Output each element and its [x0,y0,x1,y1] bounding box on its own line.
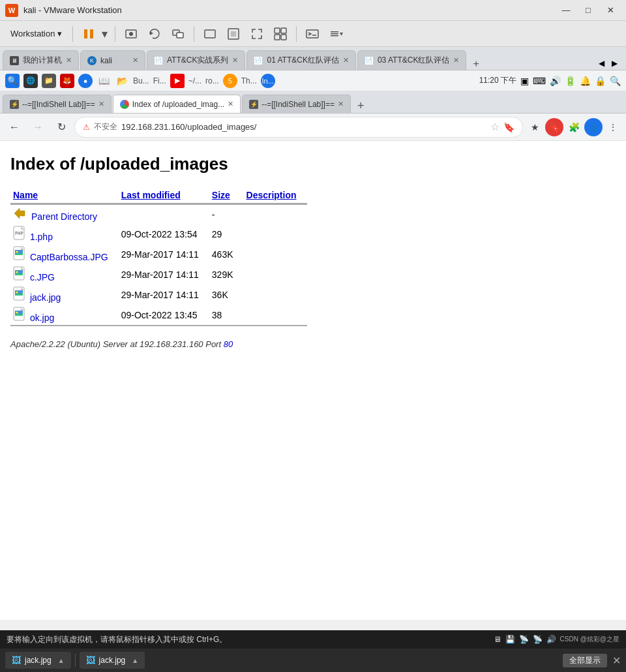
workstation-menu[interactable]: Workstation ▾ [5,26,67,41]
app-icon-in[interactable]: In... [261,74,275,88]
parent-dir-link[interactable]: Parent Directory [31,211,97,222]
sys-icon-keyboard[interactable]: ⌨ [533,76,546,86]
vm-tab-attck2[interactable]: 📄 01 ATT&CK红队评估 ✕ [246,50,355,70]
view-dropdown[interactable]: ▾ [325,23,346,44]
app-label-tilde[interactable]: ~/... [188,76,201,85]
extension-puzzle-icon[interactable]: 🔖 [545,118,563,136]
inner-tab-1-label: --=[[IndiShell Lab]]== [22,100,95,109]
sys-icon-lock[interactable]: 🔒 [595,76,606,86]
attck2-tab-label: 01 ATT&CK红队评估 [267,55,338,66]
fit-window-icon[interactable] [223,23,244,44]
pause-icon[interactable] [78,23,99,44]
file-captbarbossa-cell: CaptBarbossa.JPG [10,244,119,264]
app-icon-misc2[interactable]: 📂 [115,74,129,88]
vm-controls-group: ▾ [78,23,110,44]
sys-icon-search2[interactable]: 🔍 [610,76,621,86]
file-captbarbossa-link[interactable]: CaptBarbossa.JPG [30,252,108,262]
tab-prev-button[interactable]: ◀ [595,57,608,70]
col-size-header[interactable]: Size [209,187,244,204]
download-chevron-1[interactable]: ▲ [58,657,65,664]
svg-point-35 [16,292,18,294]
attck2-tab-icon: 📄 [254,56,263,65]
attck1-tab-close[interactable]: ✕ [232,56,238,65]
tab-next-button[interactable]: ▶ [608,57,621,70]
sys-icon-notification[interactable]: 🔔 [580,76,591,86]
app-icon-chrome[interactable]: ● [78,74,93,88]
svg-rect-18 [331,35,338,37]
attck2-tab-close[interactable]: ✕ [343,56,349,65]
extensions-icon[interactable]: 🧩 [565,118,583,136]
vm-tab-close[interactable]: ✕ [66,56,72,65]
address-bar[interactable]: ⚠ 不安全 192.168.231.160/uploaded_images/ ☆… [74,117,523,138]
col-modified-header[interactable]: Last modified [119,187,209,204]
fit-guest-icon[interactable] [200,23,220,44]
kali-tab-close[interactable]: ✕ [132,56,138,65]
inner-new-tab-button[interactable]: + [352,99,370,113]
download-chevron-2[interactable]: ▲ [132,657,138,664]
col-description-header[interactable]: Description [244,187,307,204]
sys-icon-battery[interactable]: 🔋 [565,76,576,86]
file-cjpg-link[interactable]: c.JPG [30,272,55,283]
app-label-th[interactable]: Th... [241,76,257,85]
col-name-header[interactable]: Name [10,187,119,204]
app-label-ro[interactable]: ro... [205,76,219,85]
taskbar-close-button[interactable]: ✕ [612,654,621,667]
pause-dropdown[interactable]: ▾ [99,23,110,44]
sys-icon-window[interactable]: ▣ [520,76,529,86]
url-display[interactable]: 192.168.231.160/uploaded_images/ [121,122,486,132]
svg-rect-11 [281,28,286,33]
app-icon-search[interactable]: 🔍 [5,74,20,88]
vm-tab-my-computer[interactable]: 🖥 我的计算机 ✕ [3,50,79,70]
console-icon[interactable] [302,23,323,44]
app-icon-red[interactable]: 🦊 [60,74,74,88]
bookmark-icon[interactable]: ☆ [490,121,499,133]
show-all-button[interactable]: 全部显示 [563,654,607,667]
extension-icon[interactable]: 🔖 [503,122,514,132]
attck3-tab-close[interactable]: ✕ [453,56,459,65]
snapshot-icon[interactable] [121,23,142,44]
app-icon-5[interactable]: 5 [223,74,237,88]
back-button[interactable]: ← [4,117,25,138]
app-icon-red2[interactable]: ▶ [170,74,185,88]
file-okjpg-link[interactable]: ok.jpg [30,313,54,323]
app-icon-folder[interactable]: 📁 [42,74,56,88]
inner-tab-3-close[interactable]: ✕ [338,100,344,108]
bookmark-manager-icon[interactable]: ★ [526,118,544,136]
account-icon[interactable]: 👤 [584,118,603,136]
file-okjpg-desc [244,305,307,325]
close-button[interactable]: ✕ [600,3,621,18]
file-jackjpg-link[interactable]: jack.jpg [30,292,61,303]
inner-tab-1-close[interactable]: ✕ [98,100,104,108]
attck3-tab-label: 03 ATT&CK红队评估 [378,55,449,66]
fullscreen-icon[interactable] [246,23,267,44]
security-warning-icon: ⚠ [83,123,90,132]
revert-icon[interactable] [144,23,165,44]
unity-icon[interactable] [270,23,291,44]
inner-tab-index[interactable]: Index of /uploaded_imag... ✕ [113,95,241,113]
download-item-2[interactable]: 🖼 jack.jpg ▲ [80,652,145,669]
app-label-fi[interactable]: Fi... [153,76,166,85]
inner-tab-indishell-1[interactable]: ⚡ --=[[IndiShell Lab]]== ✕ [3,95,112,113]
inner-tab-2-close[interactable]: ✕ [228,100,233,108]
app-label-bu[interactable]: Bu... [133,76,149,85]
vm-tab-attck3[interactable]: 📄 03 ATT&CK红队评估 ✕ [357,50,466,70]
csdn-watermark: CSDN @炫彩@之星 [560,635,619,644]
port-link[interactable]: 80 [224,339,233,349]
browser-app-toolbar: 🔍 🌐 📁 🦊 ● 📖 📂 Bu... Fi... ▶ ~/... ro... … [0,70,626,91]
refresh-button[interactable]: ↻ [51,117,72,138]
browser-menu-icon[interactable]: ⋮ [604,118,622,136]
minimize-button[interactable]: — [556,3,576,18]
file-1php-link[interactable]: 1.php [30,232,53,242]
forward-button[interactable]: → [27,117,48,138]
download-item-1[interactable]: 🖼 jack.jpg ▲ [5,652,71,669]
app-icon-browser[interactable]: 🌐 [23,74,38,88]
vm-tab-attck1[interactable]: 📄 ATT&CK实战系列 ✕ [147,50,245,70]
maximize-button[interactable]: □ [578,3,599,18]
vm-tab-kali[interactable]: K kali ✕ [80,50,145,70]
sys-icon-volume[interactable]: 🔊 [550,76,561,86]
app-icon: W [5,4,18,17]
inner-tab-indishell-2[interactable]: ⚡ --=[[IndiShell Lab]]== ✕ [242,95,351,113]
new-vm-tab-button[interactable]: + [468,58,484,70]
snapshot-manager-icon[interactable] [168,23,188,44]
app-icon-misc1[interactable]: 📖 [97,74,111,88]
